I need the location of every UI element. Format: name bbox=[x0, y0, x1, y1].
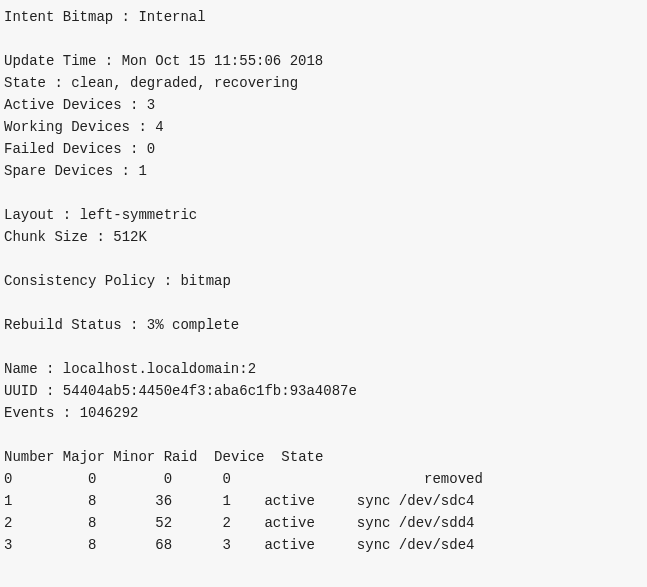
rebuild-status-line: Rebuild Status : 3% complete bbox=[4, 317, 239, 333]
intent-bitmap-line: Intent Bitmap : Internal bbox=[4, 9, 206, 25]
active-devices-line: Active Devices : 3 bbox=[4, 97, 155, 113]
name-line: Name : localhost.localdomain:2 bbox=[4, 361, 256, 377]
chunk-size-line: Chunk Size : 512K bbox=[4, 229, 147, 245]
device-table-body: 0 0 0 0 removed 1 8 36 1 active sync /de… bbox=[4, 471, 483, 553]
layout-line: Layout : left-symmetric bbox=[4, 207, 197, 223]
update-time-line: Update Time : Mon Oct 15 11:55:06 2018 bbox=[4, 53, 323, 69]
uuid-line: UUID : 54404ab5:4450e4f3:aba6c1fb:93a408… bbox=[4, 383, 357, 399]
consistency-policy-line: Consistency Policy : bitmap bbox=[4, 273, 231, 289]
terminal-output: Intent Bitmap : Internal Update Time : M… bbox=[0, 0, 647, 562]
failed-devices-line: Failed Devices : 0 bbox=[4, 141, 155, 157]
events-line: Events : 1046292 bbox=[4, 405, 138, 421]
state-line: State : clean, degraded, recovering bbox=[4, 75, 298, 91]
device-table-header: Number Major Minor Raid Device State bbox=[4, 449, 323, 465]
working-devices-line: Working Devices : 4 bbox=[4, 119, 164, 135]
spare-devices-line: Spare Devices : 1 bbox=[4, 163, 147, 179]
